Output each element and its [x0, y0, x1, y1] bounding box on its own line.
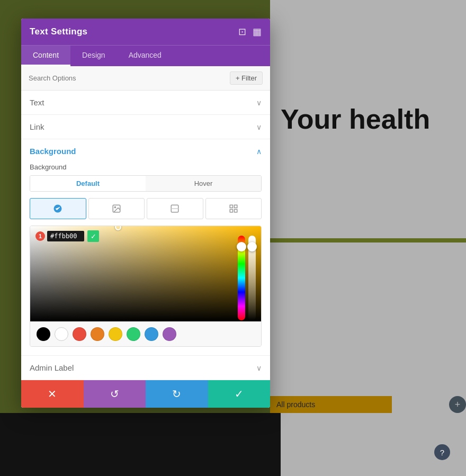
admin-label-chevron: ∨: [256, 364, 262, 372]
swatches-row: [30, 321, 261, 346]
undo-button[interactable]: ↺: [84, 380, 146, 408]
link-chevron: ∨: [256, 123, 262, 131]
admin-label-accordion-header[interactable]: Admin Label ∨: [21, 356, 270, 380]
gradient-type-btn[interactable]: [147, 198, 203, 219]
hue-thumb[interactable]: [237, 242, 246, 252]
sliders-column: [238, 231, 256, 316]
color-picker: 1 ✓: [30, 226, 262, 347]
background-section: Background ∧ Background Default Hover: [21, 139, 270, 356]
search-bar: + Filter: [21, 66, 270, 91]
link-accordion-header[interactable]: Link ∨: [21, 115, 270, 139]
swatch-yellow[interactable]: [109, 327, 122, 341]
text-settings-modal: Text Settings ⊡ ▦ Content Design Advance…: [21, 19, 270, 408]
hex-input-row: ✓: [47, 230, 99, 242]
tab-design[interactable]: Design: [70, 46, 117, 66]
swatch-red[interactable]: [73, 327, 86, 341]
header-icons: ⊡ ▦: [238, 26, 262, 38]
svg-rect-4: [230, 205, 232, 208]
swatch-orange[interactable]: [91, 327, 104, 341]
redo-button[interactable]: ↻: [146, 380, 208, 408]
admin-label: Admin Label: [30, 363, 74, 372]
swatch-blue[interactable]: [145, 327, 158, 341]
background-content: Background Default Hover: [21, 163, 270, 355]
default-tab[interactable]: Default: [30, 176, 146, 191]
default-hover-tabs: Default Hover: [30, 175, 262, 192]
help-icon[interactable]: ?: [434, 444, 450, 460]
swatch-purple[interactable]: [163, 327, 176, 341]
background-sublabel: Background: [30, 163, 262, 171]
hex-confirm-btn[interactable]: ✓: [87, 230, 99, 242]
text-accordion-header[interactable]: Text ∨: [21, 91, 270, 114]
text-section: Text ∨: [21, 91, 270, 115]
link-section: Link ∨: [21, 115, 270, 139]
gradient-cursor[interactable]: [115, 226, 121, 230]
modal-header: Text Settings ⊡ ▦: [21, 19, 270, 45]
background-chevron: ∧: [256, 147, 262, 156]
hue-slider[interactable]: [238, 236, 245, 320]
save-button[interactable]: ✓: [208, 380, 271, 408]
modal-title: Text Settings: [30, 26, 87, 37]
tab-advanced[interactable]: Advanced: [117, 46, 173, 66]
image-type-btn[interactable]: [88, 198, 145, 219]
pattern-type-btn[interactable]: [205, 198, 262, 219]
search-input[interactable]: [29, 74, 230, 82]
hex-input[interactable]: [47, 231, 84, 241]
opacity-slider[interactable]: [248, 236, 256, 320]
background-accordion-header[interactable]: Background ∧: [21, 139, 270, 163]
background-label: Background: [30, 147, 76, 156]
admin-label-section: Admin Label ∨: [21, 356, 270, 380]
swatch-black[interactable]: [37, 327, 50, 341]
expand-icon[interactable]: ⊡: [238, 26, 246, 38]
swatch-green[interactable]: [127, 327, 140, 341]
grid-icon[interactable]: ▦: [253, 26, 262, 38]
cancel-button[interactable]: ✕: [21, 380, 84, 408]
action-bar: ✕ ↺ ↻ ✓: [21, 380, 270, 408]
svg-rect-5: [234, 205, 237, 208]
filter-button[interactable]: + Filter: [230, 71, 263, 85]
text-label: Text: [30, 98, 44, 107]
svg-point-2: [114, 206, 115, 208]
color-type-btn[interactable]: [30, 198, 86, 219]
tab-content[interactable]: Content: [21, 46, 70, 66]
field-number: 1: [35, 231, 45, 241]
opacity-thumb[interactable]: [247, 242, 257, 252]
text-chevron: ∨: [256, 98, 262, 107]
modal-tabs: Content Design Advanced: [21, 45, 270, 66]
svg-rect-6: [230, 210, 232, 212]
swatch-white[interactable]: [55, 327, 68, 341]
link-label: Link: [30, 122, 44, 131]
hover-tab[interactable]: Hover: [146, 176, 261, 191]
bg-type-row: [30, 198, 262, 219]
svg-rect-7: [234, 210, 237, 212]
